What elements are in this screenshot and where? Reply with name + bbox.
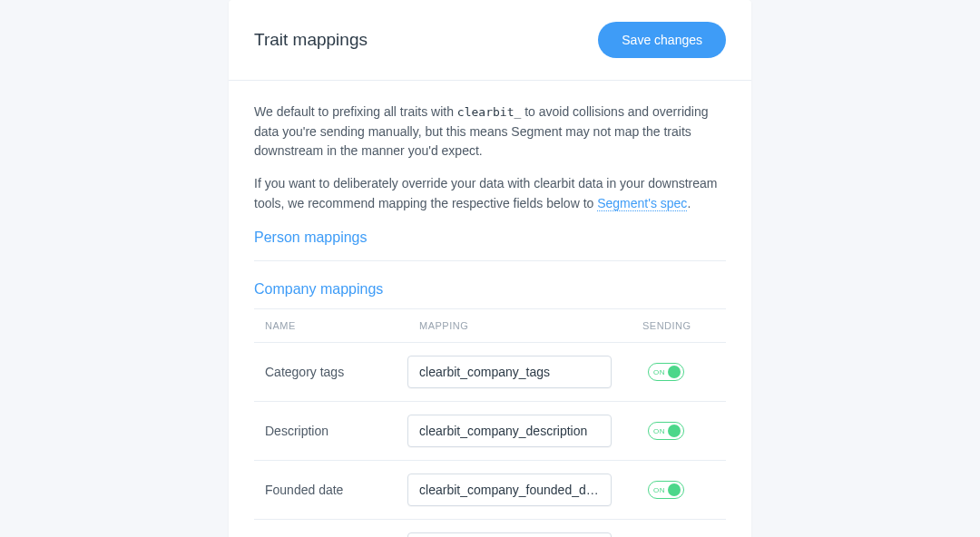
description-paragraph-2: If you want to deliberately override you…	[254, 174, 726, 213]
sending-toggle[interactable]: ON	[648, 363, 684, 381]
segment-spec-link[interactable]: Segment's spec	[597, 196, 687, 211]
table-row: Description ON	[254, 402, 726, 461]
mapping-cell	[407, 356, 648, 388]
description-text: We default to prefixing all traits with	[254, 104, 457, 119]
trait-name-label: Founded date	[265, 483, 407, 497]
card-header: Trait mappings Save changes	[229, 0, 751, 81]
mapping-cell	[407, 415, 648, 447]
toggle-knob	[668, 425, 681, 437]
toggle-on-label: ON	[653, 486, 665, 494]
mapping-input[interactable]	[407, 356, 612, 388]
column-header-name: NAME	[265, 320, 419, 331]
mapping-input[interactable]	[407, 415, 612, 447]
trait-name-label: Description	[265, 424, 407, 438]
trait-mappings-card: Trait mappings Save changes We default t…	[229, 0, 751, 537]
sending-cell: ON	[648, 363, 715, 381]
table-row: Time zone of HQ ON	[254, 520, 726, 537]
card-body: We default to prefixing all traits with …	[229, 81, 751, 537]
sending-toggle[interactable]: ON	[648, 481, 684, 499]
description-paragraph-1: We default to prefixing all traits with …	[254, 103, 726, 161]
save-changes-button[interactable]: Save changes	[598, 22, 726, 58]
column-header-sending: SENDING	[642, 320, 715, 331]
toggle-knob	[668, 366, 681, 378]
sending-toggle[interactable]: ON	[648, 422, 684, 440]
page-title: Trait mappings	[254, 30, 368, 50]
person-mappings-heading: Person mappings	[254, 229, 726, 261]
sending-cell: ON	[648, 422, 715, 440]
table-header-row: NAME MAPPING SENDING	[254, 308, 726, 343]
table-row: Category tags ON	[254, 343, 726, 402]
description-text: .	[687, 196, 691, 210]
mapping-cell	[407, 532, 648, 537]
sending-cell: ON	[648, 481, 715, 499]
company-mappings-heading: Company mappings	[254, 281, 726, 308]
toggle-on-label: ON	[653, 368, 665, 376]
table-row: Founded date ON	[254, 461, 726, 520]
trait-name-label: Category tags	[265, 365, 407, 379]
toggle-knob	[668, 483, 681, 496]
mapping-cell	[407, 474, 648, 506]
code-prefix: clearbit_	[457, 105, 521, 119]
column-header-mapping: MAPPING	[419, 320, 642, 331]
mapping-input[interactable]	[407, 474, 612, 506]
toggle-on-label: ON	[653, 427, 665, 435]
mapping-input[interactable]	[407, 532, 612, 537]
